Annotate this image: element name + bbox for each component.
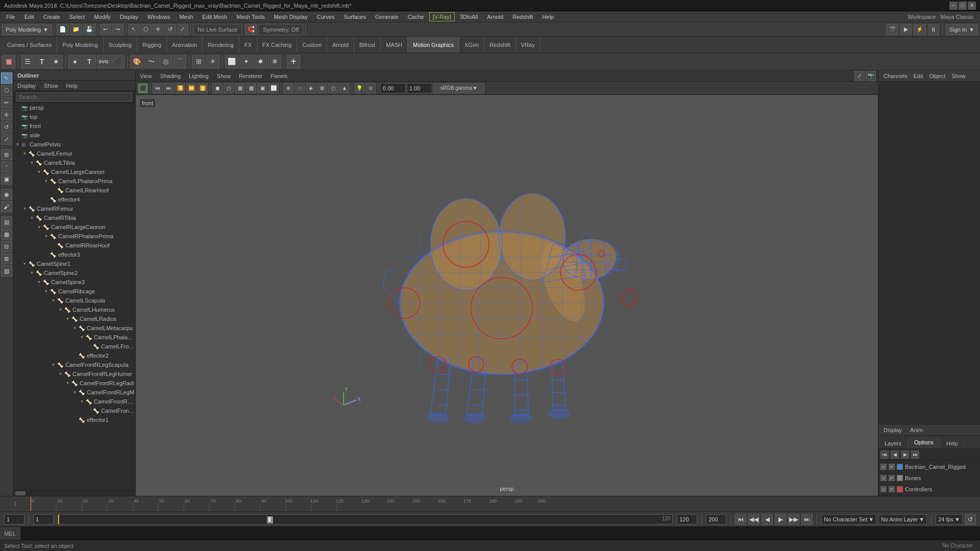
icon-sphere[interactable]: ● [68,55,82,68]
vp-camera-btn[interactable]: 📷 [866,71,876,81]
channel-edit[interactable]: Edit [911,72,925,80]
tool-set2[interactable]: ▦ [1,229,12,240]
shelf-rendering[interactable]: Rendering [203,37,239,53]
vp-gamma-btn[interactable]: sRGB gamma ▼ [433,83,484,93]
pb-play-fwd[interactable]: ▶ [775,514,786,525]
list-item[interactable]: 🦴 effector2 [13,351,135,360]
render-btn[interactable]: ▶ [900,24,912,35]
list-item[interactable]: ▼ 🦴 CamelFrontRLegScapula [13,360,135,369]
playback-scrub[interactable]: ▊ 120 [58,514,673,524]
vp-cam5[interactable]: ⏫ [198,83,208,93]
vp-display6[interactable]: ▲ [339,83,350,93]
channel-show[interactable]: Show [949,72,968,80]
shelf-curves-surfaces[interactable]: Curves / Surfaces [2,37,57,53]
mel-label[interactable]: MEL [0,527,20,540]
vp-shading5[interactable]: ▣ [257,83,267,93]
icon-cloth[interactable]: ⬜ [225,55,238,68]
layer-item-bones[interactable]: V P Bones [878,472,980,484]
menu-3dtoall[interactable]: 3DtoAll [456,13,482,21]
layer-tab-options[interactable]: Options [908,437,940,448]
vp-menu-panels[interactable]: Panels [266,72,292,80]
menu-generate[interactable]: Generate [371,13,403,21]
shelf-fx-caching[interactable]: FX Caching [257,37,297,53]
menu-windows[interactable]: Windows [143,13,175,21]
pb-step-back[interactable]: ◀◀ [748,514,760,525]
list-item[interactable]: 📷 front [13,121,135,131]
vp-shading2[interactable]: ◻ [224,83,234,93]
save-scene-btn[interactable]: 💾 [83,24,95,35]
menu-select[interactable]: Select [65,13,89,21]
undo-btn[interactable]: ↩ [100,24,111,35]
channel-object[interactable]: Object [927,72,947,80]
viewport-canvas[interactable]: X Y front persp [136,95,878,496]
list-item[interactable]: ▼ 🦴 CamelRTibia [13,213,135,222]
layer-visibility-btn[interactable]: V [880,464,887,470]
layer-tab-help[interactable]: Help [940,438,965,448]
icon-sun[interactable]: ☀ [206,55,219,68]
layer-playback-btn[interactable]: P [889,464,895,470]
tool-paint[interactable]: ✏ [1,97,12,108]
icon-cube[interactable]: ⬛ [111,55,125,68]
vp-cam4[interactable]: ⏩ [186,83,197,93]
shelf-poly-modeling[interactable]: Poly Modeling [57,37,103,53]
pb-fps[interactable]: 24 fps ▼ [936,514,963,524]
move-tool-btn[interactable]: ✛ [153,24,164,35]
icon-snowflake[interactable]: ❄ [268,55,281,68]
shelf-vray[interactable]: VRay [516,37,541,53]
tool-set5[interactable]: ▧ [1,265,12,277]
list-item[interactable]: ▼ 🦴 CamelLLargeCannon [13,167,135,177]
list-item[interactable]: 🦴 CamelFrontRL [13,406,135,415]
menu-redshift[interactable]: Redshift [508,13,537,21]
layer-item-camel[interactable]: V P Bactrian_Camel_Rigged [878,461,980,472]
tool-region[interactable]: ▣ [1,173,12,185]
vp-expand-btn[interactable]: ⤢ [854,71,865,81]
list-item[interactable]: ▼ 🦴 CamelLPhalanxPrima [13,177,135,186]
icon-type2[interactable]: T [83,55,96,68]
vp-cam3[interactable]: ⏬ [175,83,185,93]
minimize-button[interactable]: − [949,2,958,10]
layer-playback-btn[interactable]: P [889,475,895,481]
tool-select[interactable]: ↖ [1,72,12,84]
icon-star[interactable]: ★ [50,55,63,68]
list-item[interactable]: ▼ 🦴 CamelFrontRLeg [13,397,135,406]
vp-shading4[interactable]: ▩ [246,83,256,93]
icon-fx[interactable]: ✦ [239,55,253,68]
tool-lasso[interactable]: ⬡ [1,85,12,96]
outliner-search-input[interactable] [16,92,132,102]
tool-curve[interactable]: ◜ [1,161,12,172]
vp-light2[interactable]: ⊙ [365,83,376,93]
menu-help[interactable]: Help [538,13,558,21]
shelf-sculpting[interactable]: Sculpting [104,37,137,53]
vp-display4[interactable]: ⊠ [317,83,327,93]
icon-grid[interactable]: ⊞ [192,55,205,68]
icon-transform[interactable]: ▣ [2,55,15,68]
icon-plus[interactable]: + [287,55,300,68]
maximize-button[interactable]: □ [959,2,967,10]
close-button[interactable]: ✕ [968,2,976,10]
vp-value-max[interactable]: 1.00 [407,83,432,93]
vp-shading6[interactable]: ⬜ [268,83,279,93]
shelf-custom[interactable]: Custom [297,37,327,53]
shelf-redshift[interactable]: Redshift [484,37,516,53]
ipr-render-btn[interactable]: ⚡ [914,24,926,35]
pause-render-btn[interactable]: ⏸ [928,24,939,35]
symmetry-label[interactable]: Symmetry: Off [258,24,303,35]
pb-skip-start[interactable]: ⏮ [735,514,746,525]
pb-range-start[interactable]: 1 [33,514,54,524]
no-character-label[interactable]: No Character [940,543,976,548]
list-item[interactable]: 🦴 CamelRRearHoof [13,241,135,250]
icon-word[interactable]: SVG [97,55,110,68]
shelf-mash[interactable]: MASH [381,37,408,53]
lasso-tool-btn[interactable]: ⬡ [140,24,152,35]
icon-menu[interactable]: ☰ [21,55,34,68]
vp-toggle-shaded[interactable]: ⬛ [138,83,148,93]
menu-modify[interactable]: Modify [90,13,114,21]
vp-menu-shading[interactable]: Shading [156,72,185,80]
list-item[interactable]: ▼ 🦴 CamelFrontRLegM [13,388,135,397]
layer-playback-btn[interactable]: P [889,486,895,492]
ol-menu-show[interactable]: Show [40,82,62,90]
icon-paint[interactable]: 🎨 [130,55,143,68]
tool-snap[interactable]: ⊞ [1,149,12,160]
vp-display2[interactable]: ☆ [295,83,305,93]
tool-soft[interactable]: ◉ [1,189,12,200]
